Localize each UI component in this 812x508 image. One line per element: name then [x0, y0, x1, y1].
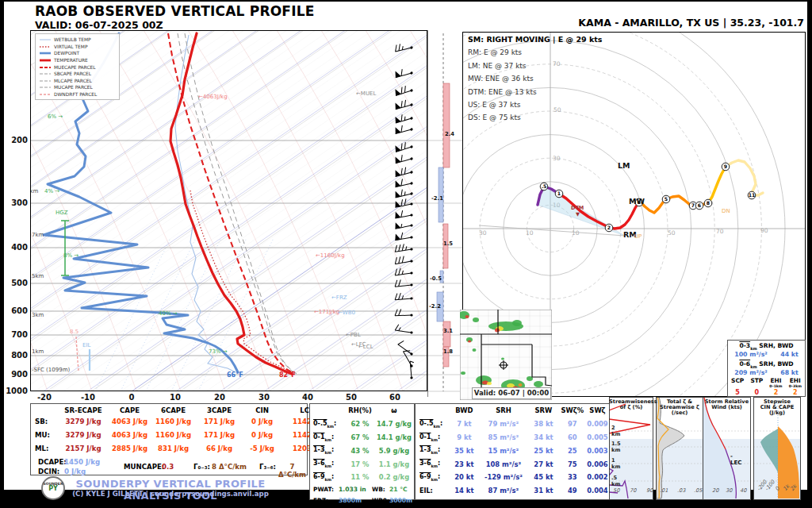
moist-row-label: 1-3km:: [310, 446, 345, 455]
legend-line-sample: [39, 64, 52, 71]
skewt-annotation: ←PBL: [346, 332, 361, 338]
panel-ylabel: 1 km: [611, 457, 620, 470]
legend-item: MLCAPE PARCEL: [39, 78, 117, 85]
skewt-annotation: ←LCL: [358, 344, 373, 350]
panel-title: Wind (kts): [703, 405, 751, 410]
skewt-annotation: 40% →: [159, 310, 178, 317]
ring-label: 10: [572, 229, 580, 237]
shear-cell: 20 kt: [449, 473, 480, 481]
radar-inset-map: [460, 310, 552, 400]
pressure-tick-label: 700: [6, 330, 28, 339]
frz-row: FRZ:3800mWB0:3000m: [310, 495, 414, 506]
thermo-row-label: ML:: [31, 444, 58, 452]
thermo-col-header: 3CAPE: [196, 404, 243, 414]
storm-motion-line: US: E @ 37 kts: [468, 98, 602, 111]
srh-param-value: 0: [755, 389, 760, 396]
muncape-value: 0.3: [162, 463, 174, 471]
thermo-cell: 1160 J/kg: [151, 431, 196, 439]
skewt-annotation: 4% →: [44, 188, 59, 194]
srh-param-header: STP: [750, 379, 763, 389]
legend-item: DWNDRFT PARCEL: [39, 91, 117, 98]
rh-value: 17 %: [345, 460, 375, 468]
skewt-annotation: 8.5: [70, 329, 79, 335]
pwat-label: PWAT:: [310, 486, 339, 493]
legend-item-label: MLCAPE PARCEL: [54, 79, 92, 83]
storm-motion-line: MW: ENE @ 36 kts: [468, 72, 602, 85]
rh-value: 62 %: [345, 420, 375, 428]
gamma03-value: 8 Δ°C/km: [212, 463, 247, 471]
thermo-row: SB:3279 J/kg4063 J/kg1160 J/kg171 J/kg0 …: [31, 414, 307, 428]
panel-xtick: 70: [630, 487, 636, 494]
hodo-label: UP: [634, 233, 642, 240]
ring-label: 30: [553, 155, 561, 162]
thermo-row-label: SB:: [31, 418, 58, 425]
legend-item: VIRTUAL TEMP: [39, 44, 117, 51]
valid-time-label: VALID: 06-07-2025 00Z: [35, 19, 163, 31]
moist-row-label: 6-9km:: [310, 473, 345, 482]
station-label: KAMA - AMARILLO, TX US | 35.23, -101.7: [578, 17, 804, 29]
thermo-cell: 0 J/kg: [243, 418, 282, 425]
legend-item-label: MUCAPE PARCEL: [54, 85, 93, 90]
shear-cell: 0.009: [585, 420, 610, 428]
omega-header: ω: [375, 406, 413, 414]
shear-cell: 0.004: [585, 487, 610, 495]
radar-echo: [534, 381, 543, 387]
wb0-label: WB0:: [372, 497, 389, 504]
omega-bar: [443, 83, 450, 167]
gamma36-value: 7 Δ°C/km: [278, 463, 307, 479]
legend-item: TEMPERATURE: [39, 57, 117, 64]
shear-cell: 0.006: [585, 460, 610, 468]
legend-line-sample: [39, 50, 52, 56]
skewt-legend: WETBULB TEMPVIRTUAL TEMPDEWPOINTTEMPERAT…: [35, 33, 120, 100]
thermo-col-header: CIN: [243, 404, 282, 414]
hodo-label: ▼: [576, 211, 580, 217]
skewt-annotation: ←4063J/kg: [198, 94, 228, 100]
shear-row-label: 0-.5km:: [416, 420, 449, 429]
legend-item-label: WETBULB TEMP: [54, 37, 91, 42]
mini-panel-2: [703, 397, 751, 500]
skewt-annotation: 82°F: [279, 371, 296, 379]
panel-ylabel: 1.5 km: [611, 441, 621, 453]
panel-xtick: 50: [613, 487, 619, 494]
storm-motion-line: DTM: ENE @ 13 kts: [468, 86, 602, 98]
legend-line-sample: [39, 37, 52, 43]
radar-echo: [495, 329, 500, 333]
thermo-indices-table: SR-ECAPECAPE6CAPE3CAPECINLCLSB:3279 J/kg…: [30, 403, 308, 475]
omega-value: -0.5: [430, 275, 442, 282]
srh-param-header: EHI0–1km: [769, 379, 782, 389]
svg-text:8: 8: [707, 200, 710, 206]
shear-row: 0-.5km:7 kt79 m²/s²38 kt970.009: [416, 418, 610, 431]
legend-line-sample: [39, 78, 52, 84]
legend-item: SBCAPE PARCEL: [39, 71, 117, 78]
thermo-cell: 0 J/kg: [243, 431, 282, 439]
thermo-cell: 3279 J/kg: [58, 431, 109, 439]
pressure-tick-label: 800: [6, 351, 28, 360]
omega-value: -2.2: [429, 303, 441, 310]
shear-row: 3-6km:23 kt108 m²/s²27 kt750.006: [416, 457, 610, 471]
radar-echo: [473, 348, 477, 352]
shear-cell: 0.002: [585, 473, 610, 481]
wb-label: WB:: [372, 486, 389, 493]
thermo-row-label: MU:: [31, 431, 58, 439]
temp-tick-label: -20: [33, 393, 56, 402]
moist-row: 3-6km:17 %1.1 g/kg: [310, 457, 414, 471]
shear-row: EIL:14 kt87 m²/s²31 kt490.004: [416, 484, 610, 498]
skewt-annotation: 6% →: [48, 114, 63, 120]
shear-cell: 108 m²/s²: [480, 460, 527, 468]
storm-motion-line: DS: E @ 75 kts: [468, 111, 602, 124]
ring-label: 10: [526, 229, 534, 237]
skewt-annotation: ←FRZ: [331, 294, 347, 301]
thermo-cell: 4063 J/kg: [109, 431, 151, 439]
skewt-annotation: ←171J/kg: [314, 309, 339, 315]
map-valid-caption: Valid: 06-07 | 00:00: [472, 387, 551, 399]
panel-xtick: .01: [660, 487, 668, 494]
temp-tick-label: 30: [252, 393, 276, 402]
svg-text:7: 7: [691, 202, 695, 208]
hodo-label: LM: [618, 161, 630, 170]
radar-echo: [473, 318, 479, 322]
srh-row-header: 0-3km SRH, BWD: [728, 342, 805, 351]
shear-header-row: BWDSRHSRWSWζ%SWζ: [416, 404, 610, 418]
srh-value: 44 kt: [780, 351, 798, 360]
shear-cell: -129 m²/s²: [480, 473, 527, 481]
moist-row: 0-1km:67 %14.1 g/kg: [310, 431, 414, 444]
